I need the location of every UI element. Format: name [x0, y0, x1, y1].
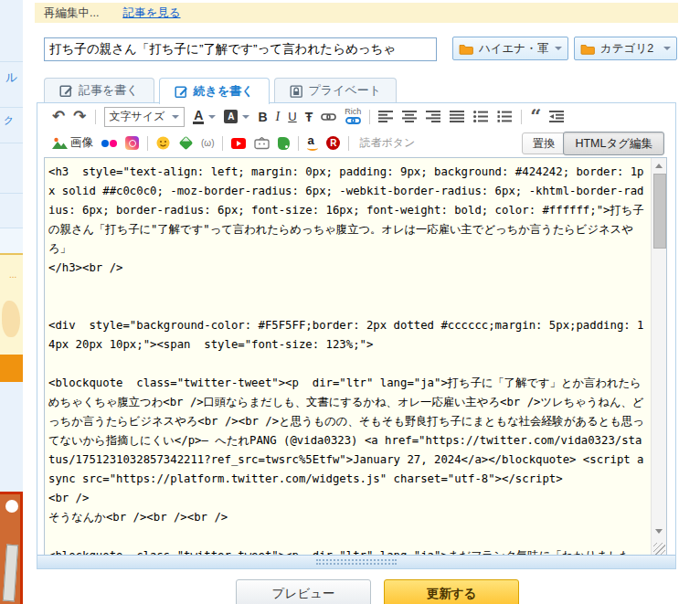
rakuten-button[interactable]: R	[326, 136, 340, 150]
reader-button-link[interactable]: 読者ボタン	[359, 135, 415, 151]
font-size-dropdown[interactable]: 文字サイズ	[104, 107, 186, 127]
font-size-label: 文字サイズ	[110, 109, 165, 124]
redo-button[interactable]: ↷	[73, 110, 86, 124]
drag-grip-dots	[316, 559, 397, 565]
niconico-button[interactable]	[254, 137, 270, 150]
toolbar-separator	[298, 136, 299, 151]
blockquote-button[interactable]: “	[530, 111, 541, 122]
sidebar-ad-orange-band[interactable]	[0, 355, 23, 382]
outdent-button[interactable]	[549, 111, 565, 122]
scroll-down-button[interactable]	[652, 525, 666, 538]
rich-label: Rich	[345, 108, 361, 116]
chevron-down-icon	[663, 47, 671, 54]
image-label: 画像	[70, 135, 93, 151]
align-left-icon	[378, 111, 394, 122]
youtube-button[interactable]	[231, 138, 246, 149]
bold-button[interactable]: B	[258, 110, 267, 124]
tab-write-continuation[interactable]: 続きを書く	[159, 78, 270, 104]
sidebar-ad-red[interactable]	[0, 492, 23, 604]
tab-label: 続きを書く	[194, 83, 254, 100]
editor-area: ↶ ↷ 文字サイズ A A B I U Ŧ Rich	[37, 102, 676, 569]
ad-bottle-image	[3, 545, 18, 602]
insert-toolbar: 画像 (ω) a R 読者ボタン 置換 HT	[37, 130, 675, 156]
lock-icon	[290, 84, 303, 98]
update-button[interactable]: 更新する	[384, 579, 519, 604]
align-left-button[interactable]	[378, 111, 394, 122]
tab-private[interactable]: プライベート	[274, 78, 398, 102]
sidebar-link-text[interactable]: ク	[0, 108, 23, 127]
rich-link-button[interactable]: Rich	[345, 108, 361, 125]
outdent-icon	[549, 111, 565, 122]
highlight-color-button[interactable]: A	[224, 110, 238, 123]
sidebar-panel	[0, 143, 23, 194]
html-tag-edit-button[interactable]: HTMLタグ編集	[563, 132, 664, 155]
justify-icon	[450, 111, 465, 122]
ad-decoration	[2, 301, 20, 337]
preview-button[interactable]: プレビュー	[236, 579, 371, 604]
html-source-textarea[interactable]: <h3 style="text-align: left; margin: 0px…	[45, 158, 651, 556]
instagram-button[interactable]	[125, 136, 139, 150]
resize-grip[interactable]	[653, 543, 665, 555]
undo-button[interactable]: ↶	[52, 110, 65, 124]
sidebar-panel	[0, 0, 23, 62]
category-dropdown-1[interactable]: ハイエナ・軍	[452, 37, 568, 60]
chevron-down-icon	[555, 47, 562, 54]
chain-link-icon-blue	[345, 116, 361, 125]
scroll-up-button[interactable]	[652, 159, 666, 173]
sidebar-link-text[interactable]: ル	[0, 62, 23, 86]
category-dropdown-2[interactable]: カテゴリ2	[574, 37, 677, 60]
arrow-down-icon	[655, 529, 663, 537]
kaomoji-button[interactable]: (ω)	[201, 138, 214, 148]
toolbar-separator	[348, 136, 349, 151]
chevron-down-icon[interactable]	[208, 115, 216, 122]
line-stamp-button[interactable]	[178, 138, 193, 148]
flickr-button[interactable]	[101, 140, 117, 147]
sidebar-link-fragment[interactable]: ク	[0, 108, 23, 143]
sidebar-link-fragment[interactable]: ル	[0, 62, 23, 108]
align-center-button[interactable]	[402, 111, 418, 122]
align-right-button[interactable]	[426, 111, 441, 122]
ad-decoration: ...	[0, 255, 23, 280]
toolbar-separator	[369, 110, 370, 124]
image-mountain-icon	[52, 137, 68, 150]
editing-status-text: 再編集中...	[44, 5, 99, 21]
italic-button[interactable]: I	[276, 110, 281, 124]
toolbar-separator	[521, 110, 522, 124]
scrollbar-thumb[interactable]	[653, 174, 666, 249]
toolbar-separator	[95, 110, 96, 124]
underline-button[interactable]: U	[288, 110, 296, 123]
editor-resize-bar[interactable]	[37, 555, 675, 568]
html-source-textarea-wrapper: <h3 style="text-align: left; margin: 0px…	[44, 157, 667, 556]
numbered-list-button[interactable]	[497, 111, 513, 122]
editor-tabs: 記事を書く 続きを書く プライベート	[44, 78, 397, 103]
blog-editor-panel: 再編集中... 記事を見る ハイエナ・軍 カテゴリ2 記事を書く 続きを書く プ…	[35, 0, 678, 604]
emoji-button[interactable]	[156, 136, 170, 150]
vertical-scrollbar[interactable]	[651, 158, 666, 556]
tab-write-article[interactable]: 記事を書く	[44, 78, 154, 102]
chevron-down-icon[interactable]	[242, 115, 249, 122]
sidebar-ad-yellow[interactable]: ...	[0, 253, 23, 356]
article-title-input[interactable]	[44, 37, 437, 61]
replace-button[interactable]: 置換	[522, 132, 566, 154]
rakuten-icon: R	[326, 136, 340, 150]
insert-image-button[interactable]: 画像	[52, 135, 93, 151]
evernote-icon	[278, 137, 290, 150]
amazon-button[interactable]: a	[307, 135, 318, 151]
strikethrough-button[interactable]: Ŧ	[305, 110, 313, 124]
niconico-tv-icon	[254, 137, 270, 150]
bullet-list-icon	[473, 111, 489, 122]
align-center-icon	[402, 111, 418, 122]
sidebar-panel	[0, 194, 23, 228]
justify-button[interactable]	[450, 111, 465, 122]
toolbar-separator	[147, 136, 148, 151]
bullet-list-button[interactable]	[473, 111, 489, 122]
font-color-button[interactable]: A	[193, 110, 204, 124]
format-toolbar: ↶ ↷ 文字サイズ A A B I U Ŧ Rich	[37, 103, 675, 130]
chain-link-icon	[321, 112, 336, 122]
instagram-icon	[125, 136, 139, 150]
evernote-button[interactable]	[278, 137, 290, 150]
view-article-link[interactable]: 記事を見る	[122, 5, 180, 21]
link-button[interactable]	[321, 112, 336, 122]
align-right-icon	[426, 111, 441, 122]
folder-icon	[459, 43, 473, 55]
